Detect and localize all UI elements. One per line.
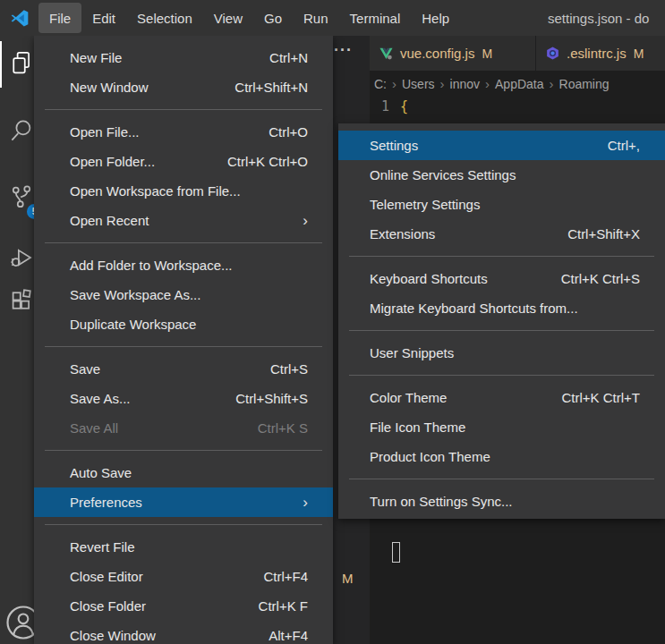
breadcrumb-item-users[interactable]: Users <box>402 77 435 91</box>
menu-item-label: Preferences <box>70 495 276 510</box>
breadcrumb: C:›Users›innov›AppData›Roaming <box>370 71 665 97</box>
menu-item-turn-on-settings-sync[interactable]: Turn on Settings Sync... <box>338 487 665 516</box>
eslint-icon <box>545 46 560 61</box>
menu-item-preferences[interactable]: Preferences› <box>34 487 333 517</box>
editor-hollow-cursor <box>392 542 400 563</box>
line-number: 1 <box>370 98 389 114</box>
menu-item-label: New File <box>70 50 243 65</box>
menu-item-close-editor[interactable]: Close EditorCtrl+F4 <box>34 562 333 591</box>
menu-item-revert-file[interactable]: Revert File <box>34 532 333 562</box>
menu-item-color-theme[interactable]: Color ThemeCtrl+K Ctrl+T <box>338 383 665 412</box>
menubar-item-go[interactable]: Go <box>253 3 293 33</box>
menu-item-extensions[interactable]: ExtensionsCtrl+Shift+X <box>338 219 665 249</box>
menu-separator <box>349 256 654 257</box>
menu-item-label: Migrate Keyboard Shortcuts from... <box>370 301 640 316</box>
vscode-logo-icon <box>10 8 30 28</box>
menu-item-new-window[interactable]: New WindowCtrl+Shift+N <box>34 72 333 102</box>
menu-separator <box>349 375 654 376</box>
menu-separator <box>45 109 322 110</box>
preferences-submenu: SettingsCtrl+,Online Services SettingsTe… <box>338 123 665 519</box>
breadcrumb-item-c[interactable]: C: <box>374 77 387 91</box>
tab-bar: vue.config.js M .eslintrc.js M <box>370 36 665 71</box>
menu-item-close-folder[interactable]: Close FolderCtrl+K F <box>34 591 333 621</box>
tab-modified-badge: M <box>482 47 492 61</box>
menu-separator <box>349 330 654 331</box>
menu-item-auto-save[interactable]: Auto Save <box>34 458 333 487</box>
menu-item-shortcut: Alt+F4 <box>269 628 308 643</box>
menu-item-telemetry-settings[interactable]: Telemetry Settings <box>338 190 665 219</box>
menu-item-add-folder-to-workspace[interactable]: Add Folder to Workspace... <box>34 250 333 280</box>
menu-separator <box>45 524 322 525</box>
menu-item-save-workspace-as[interactable]: Save Workspace As... <box>34 280 333 309</box>
menu-item-shortcut: Ctrl+F4 <box>263 569 308 584</box>
menu-item-keyboard-shortcuts[interactable]: Keyboard ShortcutsCtrl+K Ctrl+S <box>338 264 665 293</box>
menu-separator <box>45 242 322 243</box>
menu-item-shortcut: Ctrl+K Ctrl+O <box>227 154 308 169</box>
submenu-arrow-icon: › <box>303 495 308 510</box>
breadcrumb-separator-icon: › <box>550 76 554 91</box>
vue-icon <box>379 46 394 61</box>
menu-item-product-icon-theme[interactable]: Product Icon Theme <box>338 442 665 471</box>
menu-item-save-all[interactable]: Save AllCtrl+K S <box>34 413 333 443</box>
menubar-item-selection[interactable]: Selection <box>126 3 203 33</box>
menu-item-shortcut: Ctrl+Shift+X <box>567 226 640 242</box>
file-modified-badge: M <box>342 571 354 586</box>
menu-item-label: Close Window <box>70 628 242 643</box>
menu-item-label: Auto Save <box>70 465 308 480</box>
menu-item-label: Product Icon Theme <box>370 449 640 464</box>
tab-label: vue.config.js <box>400 46 474 61</box>
breadcrumb-separator-icon: › <box>440 76 445 91</box>
menu-item-shortcut: Ctrl+Shift+N <box>234 80 308 95</box>
menubar-item-view[interactable]: View <box>203 3 253 33</box>
menu-item-open-folder[interactable]: Open Folder...Ctrl+K Ctrl+O <box>34 147 333 176</box>
menu-item-open-file[interactable]: Open File...Ctrl+O <box>34 117 333 147</box>
tab-eslintrc[interactable]: .eslintrc.js M <box>536 36 665 71</box>
code-text: { <box>400 98 408 114</box>
menu-item-label: Extensions <box>370 226 541 242</box>
menu-item-label: Turn on Settings Sync... <box>370 494 640 509</box>
menu-separator <box>349 479 654 479</box>
menu-item-migrate-keyboard-shortcuts-from[interactable]: Migrate Keyboard Shortcuts from... <box>338 293 665 323</box>
menu-item-label: Save As... <box>70 391 209 406</box>
menubar-item-help[interactable]: Help <box>411 3 460 33</box>
menu-item-label: New Window <box>70 80 208 95</box>
menu-item-file-icon-theme[interactable]: File Icon Theme <box>338 412 665 442</box>
menu-item-user-snippets[interactable]: User Snippets <box>338 338 665 368</box>
menu-item-shortcut: Ctrl+O <box>269 124 308 140</box>
menu-item-label: Add Folder to Workspace... <box>70 258 308 273</box>
code-line-1[interactable]: 1 { <box>370 97 665 116</box>
breadcrumb-item-appdata[interactable]: AppData <box>495 77 543 91</box>
menubar-item-file[interactable]: File <box>38 3 81 33</box>
submenu-arrow-icon: › <box>303 213 308 228</box>
menu-item-open-recent[interactable]: Open Recent› <box>34 206 333 235</box>
menubar-item-terminal[interactable]: Terminal <box>339 3 412 33</box>
vscode-window: FileEditSelectionViewGoRunTerminalHelp s… <box>0 0 665 644</box>
menu-item-settings[interactable]: SettingsCtrl+, <box>338 131 665 160</box>
file-menu: New FileCtrl+NNew WindowCtrl+Shift+NOpen… <box>34 36 333 644</box>
breadcrumb-item-innov[interactable]: innov <box>450 77 480 91</box>
sidebar-more-actions-icon[interactable]: ··· <box>334 41 353 60</box>
menu-item-shortcut: Ctrl+N <box>269 50 308 65</box>
menu-item-label: Save All <box>70 420 231 436</box>
menu-item-close-window[interactable]: Close WindowAlt+F4 <box>34 621 333 644</box>
menubar-item-run[interactable]: Run <box>293 3 339 33</box>
menu-item-shortcut: Ctrl+K S <box>258 420 308 436</box>
menu-item-save[interactable]: SaveCtrl+S <box>34 354 333 384</box>
menu-item-new-file[interactable]: New FileCtrl+N <box>34 43 333 72</box>
menu-item-duplicate-workspace[interactable]: Duplicate Workspace <box>34 309 333 339</box>
menu-item-label: Duplicate Workspace <box>70 317 308 332</box>
menu-item-label: File Icon Theme <box>370 419 640 435</box>
menu-item-save-as[interactable]: Save As...Ctrl+Shift+S <box>34 384 333 413</box>
menu-item-label: Close Editor <box>70 569 236 584</box>
menu-item-label: Open Folder... <box>70 154 200 169</box>
window-title: settings.json - do <box>548 11 665 26</box>
menu-item-shortcut: Ctrl+Shift+S <box>235 391 308 406</box>
tab-vue-config[interactable]: vue.config.js M <box>370 36 536 71</box>
menu-item-label: Open Workspace from File... <box>70 183 308 199</box>
menubar-item-edit[interactable]: Edit <box>81 3 126 33</box>
menu-item-label: Revert File <box>70 539 308 555</box>
breadcrumb-item-roaming[interactable]: Roaming <box>559 77 610 91</box>
menu-item-open-workspace-from-file[interactable]: Open Workspace from File... <box>34 176 333 206</box>
menu-item-shortcut: Ctrl+S <box>270 361 308 377</box>
menu-item-online-services-settings[interactable]: Online Services Settings <box>338 160 665 190</box>
